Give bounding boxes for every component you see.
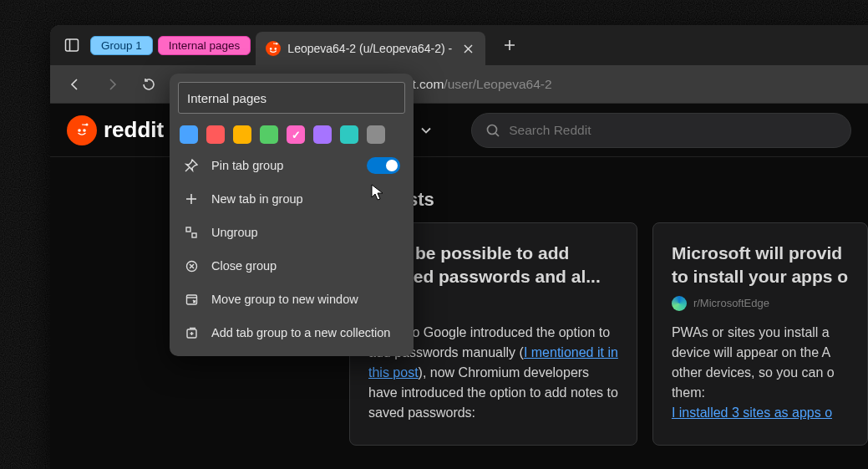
color-swatch[interactable] [313, 125, 332, 144]
refresh-button[interactable] [134, 69, 164, 99]
url-path: /user/Leopeva64-2 [444, 77, 551, 91]
active-tab[interactable]: Leopeva64-2 (u/Leopeva64-2) - [256, 32, 485, 65]
svg-line-14 [496, 133, 500, 136]
svg-point-3 [270, 48, 272, 50]
post-card[interactable]: Microsoft will provid to install your ap… [652, 222, 868, 446]
move-group-new-window-item[interactable]: Move group to new window [178, 283, 405, 316]
menu-label: Ungroup [211, 226, 258, 239]
vertical-tabs-button[interactable] [58, 32, 85, 59]
group-name-input[interactable] [178, 82, 405, 114]
tab-group-chip-1[interactable]: Group 1 [90, 36, 153, 55]
post-link[interactable]: I installed 3 sites as apps o [672, 405, 832, 420]
color-swatch[interactable] [260, 125, 278, 144]
close-circle-icon [183, 260, 200, 273]
reddit-logo[interactable]: reddit [67, 115, 164, 145]
arrow-left-icon [68, 77, 83, 92]
menu-label: Close group [211, 259, 277, 273]
menu-label: Move group to new window [211, 293, 358, 306]
plus-icon [504, 39, 515, 51]
tab-group-chip-2[interactable]: Internal pages [158, 36, 251, 55]
pin-icon [183, 159, 200, 172]
svg-point-13 [488, 125, 497, 134]
arrow-right-icon [104, 77, 119, 92]
refresh-icon [141, 77, 156, 92]
new-tab-button[interactable] [495, 31, 524, 59]
menu-label: New tab in group [211, 192, 303, 206]
color-swatch[interactable] [340, 125, 358, 144]
plus-icon [183, 193, 200, 205]
tab-close-button[interactable] [459, 39, 477, 58]
svg-rect-0 [66, 39, 79, 51]
svg-point-4 [275, 48, 277, 50]
color-swatch[interactable] [180, 125, 198, 144]
collection-icon [183, 327, 200, 339]
chevron-down-icon [420, 125, 432, 136]
svg-rect-17 [186, 227, 190, 232]
pin-tab-group-item[interactable]: Pin tab group [178, 149, 405, 182]
reddit-favicon-icon [266, 41, 281, 56]
tab-title: Leopeva64-2 (u/Leopeva64-2) - [287, 42, 452, 55]
color-swatch[interactable] [233, 125, 251, 144]
search-icon [485, 123, 500, 138]
svg-rect-18 [192, 233, 196, 237]
post-title: Microsoft will provid to install your ap… [672, 242, 849, 289]
color-swatch[interactable] [367, 125, 385, 144]
forward-button[interactable] [97, 69, 127, 99]
url-host: it.com [409, 77, 444, 91]
edge-icon [672, 296, 687, 311]
close-group-item[interactable]: Close group [178, 249, 405, 283]
post-body: PWAs or sites you install a device will … [672, 323, 849, 423]
ungroup-item[interactable]: Ungroup [178, 216, 405, 249]
svg-point-10 [78, 129, 81, 132]
back-button[interactable] [60, 69, 90, 99]
cursor-icon [371, 184, 384, 201]
color-swatch[interactable] [287, 125, 305, 144]
tab-strip: Group 1 Internal pages Leopeva64-2 (u/Le… [50, 25, 868, 65]
color-swatch[interactable] [206, 125, 225, 144]
menu-label: Add tab group to a new collection [211, 326, 390, 339]
add-group-to-collection-item[interactable]: Add tab group to a new collection [178, 316, 405, 349]
svg-point-11 [83, 129, 86, 132]
reddit-logo-icon [67, 115, 97, 145]
svg-point-2 [266, 41, 281, 56]
svg-rect-22 [186, 295, 196, 304]
window-icon [183, 293, 200, 306]
reddit-search-input[interactable] [509, 123, 837, 138]
tab-group-context-menu: Pin tab group New tab in group Ungroup C… [170, 74, 414, 356]
sidebar-icon [64, 38, 79, 53]
menu-label: Pin tab group [211, 159, 283, 172]
color-swatches [178, 114, 405, 149]
pin-toggle[interactable] [367, 157, 400, 174]
post-subreddit[interactable]: r/MicrosoftEdge [672, 296, 849, 311]
user-dropdown[interactable] [409, 114, 443, 147]
reddit-wordmark: reddit [104, 117, 164, 143]
close-icon [464, 44, 473, 54]
ungroup-icon [183, 227, 200, 238]
reddit-search[interactable] [471, 113, 851, 148]
